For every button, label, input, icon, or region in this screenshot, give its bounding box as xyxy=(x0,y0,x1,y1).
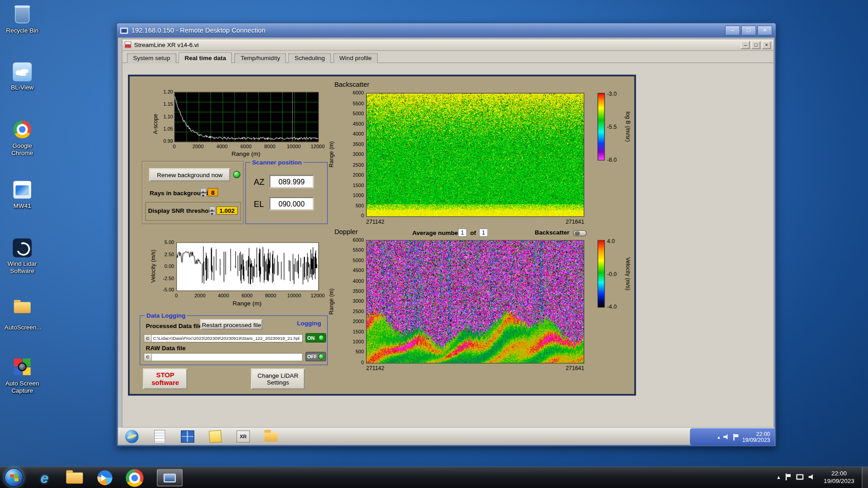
raw-file-path-field[interactable]: C xyxy=(144,353,303,361)
desktop-icon-google-chrome[interactable]: Google Chrome xyxy=(5,119,40,156)
doppler-colorbar-tick: 4.0 xyxy=(607,238,615,244)
renew-background-button[interactable]: Renew background now xyxy=(149,168,231,181)
desktop-icon-bl-view[interactable]: BL-View xyxy=(5,62,40,91)
drive-icon: C xyxy=(144,353,152,361)
snr-value[interactable]: 1.002 xyxy=(217,206,238,215)
network-icon[interactable] xyxy=(796,474,803,479)
doppler-y-tick: 0 xyxy=(361,360,364,365)
backscatter-y-tick: 5000 xyxy=(353,111,364,116)
tray-expand-icon[interactable]: ▴ xyxy=(777,474,780,480)
az-value-field[interactable]: 089.999 xyxy=(269,175,314,188)
restart-processed-file-button[interactable]: Restart processed file xyxy=(200,319,263,330)
rays-value[interactable]: 8 xyxy=(208,188,218,196)
show-desktop-button[interactable] xyxy=(862,467,868,488)
tab-temp-humidity[interactable]: Temp/humidity xyxy=(235,53,286,63)
taskbar-internet-explorer[interactable]: e xyxy=(33,469,56,486)
close-button[interactable]: × xyxy=(757,25,772,35)
taskbar-clock[interactable]: 22:00 19/09/2023 xyxy=(819,469,859,484)
remote-folder-icon[interactable] xyxy=(264,429,278,444)
system-tray: ▴ xyxy=(777,474,815,480)
remote-notepad-icon[interactable] xyxy=(152,429,167,444)
background-led xyxy=(233,171,241,178)
app-close-button[interactable]: × xyxy=(762,41,771,49)
remote-volume-icon[interactable] xyxy=(723,434,730,440)
desktop-icon-recycle-bin[interactable]: Recycle Bin xyxy=(5,5,40,34)
taskbar-rdp-active[interactable] xyxy=(157,469,183,486)
remote-app-grid-icon[interactable] xyxy=(180,429,195,444)
desktop-icon-label: BL-View xyxy=(5,84,40,91)
raw-logging-toggle[interactable]: OFF xyxy=(306,352,326,361)
desktop-icon-mw41[interactable]: MW41 xyxy=(5,180,40,210)
tab-real-time-data[interactable]: Real time data xyxy=(179,52,232,63)
processed-file-path-field[interactable]: C C:\LidarA\Data\Proc\2023\202309\202309… xyxy=(144,334,303,343)
stop-software-button[interactable]: STOP software xyxy=(143,369,187,390)
app-maximize-button[interactable]: □ xyxy=(751,41,761,49)
backscatter-y-tick: 2000 xyxy=(353,172,364,178)
velocity-y-axis-label: Velocity (m/s) xyxy=(150,249,156,282)
ascope-x-axis-label: Range (m) xyxy=(174,150,318,157)
app-minimize-button[interactable]: – xyxy=(741,41,750,49)
taskbar-file-explorer[interactable] xyxy=(63,469,85,486)
average-of-field[interactable]: 1 xyxy=(479,229,488,237)
remote-xr-app-icon[interactable]: XR xyxy=(236,429,250,444)
backscatter-y-tick: 4500 xyxy=(353,121,364,127)
backscatter-display-switch[interactable] xyxy=(573,230,587,236)
toggle-off-label: OFF xyxy=(307,354,317,359)
snr-threshold-label: Display SNR threshold xyxy=(148,207,214,214)
tab-scheduling[interactable]: Scheduling xyxy=(288,53,331,63)
windows-taskbar: e ▴ 22:00 19/09/2023 xyxy=(0,466,868,488)
backscatter-y-tick: 0 xyxy=(361,213,364,218)
desktop-icon-auto-screen-capture[interactable]: Auto Screen Capture xyxy=(5,357,40,394)
doppler-y-ticks: 6000550050004500400035003000250020001500… xyxy=(344,237,364,365)
start-button[interactable] xyxy=(5,468,24,487)
toggle-led xyxy=(318,335,325,341)
remote-clock[interactable]: 22:00 19/09/2023 xyxy=(742,431,770,443)
doppler-y-tick: 4000 xyxy=(353,278,364,283)
doppler-y-tick: 6000 xyxy=(353,237,364,243)
doppler-colorbar-label: Velocity (m/s) xyxy=(625,257,632,290)
az-label: AZ xyxy=(254,177,264,187)
maximize-button[interactable]: □ xyxy=(741,25,756,35)
remote-internet-icon[interactable] xyxy=(125,429,139,444)
ascope-y-ticks: 1.201.151.101.050.99 xyxy=(156,89,173,144)
el-value-field[interactable]: 090.000 xyxy=(269,197,314,210)
app-titlebar[interactable]: StreamLine XR v14-6.vi – □ × xyxy=(123,39,774,51)
change-lidar-settings-button[interactable]: Change LiDAR Settings xyxy=(251,369,305,390)
processed-data-file-label: Processed Data file xyxy=(146,323,202,329)
taskbar-media-player[interactable] xyxy=(94,469,116,486)
backscatter-x-end: 271641 xyxy=(566,219,584,225)
ascope-plot-canvas xyxy=(174,92,319,142)
average-number-field[interactable]: 1 xyxy=(458,229,467,237)
minimize-button[interactable]: – xyxy=(725,25,740,35)
desktop-icon-wind-lidar-software[interactable]: Wind Lidar Software xyxy=(5,238,40,275)
backscatter-y-tick: 2500 xyxy=(353,162,364,167)
backscatter-y-tick: 1000 xyxy=(353,192,364,198)
rays-spinner[interactable] xyxy=(200,188,207,197)
volume-icon[interactable] xyxy=(808,474,815,480)
desktop-icon-label: Google Chrome xyxy=(5,142,40,157)
remote-flag-icon[interactable] xyxy=(733,433,739,440)
backscatter-colorbar-tick: -5.5 xyxy=(607,124,617,130)
backscatter-toggle-label: Backscatter xyxy=(535,229,570,236)
remote-notes-icon[interactable] xyxy=(208,429,222,444)
action-center-flag-icon[interactable] xyxy=(785,474,792,480)
processed-logging-toggle[interactable]: ON xyxy=(306,333,326,343)
remote-clock-time: 22:00 xyxy=(756,431,770,436)
backscatter-y-tick: 3000 xyxy=(353,152,364,157)
ascope-x-tick: 8000 xyxy=(264,144,276,149)
ascope-y-tick: 1.05 xyxy=(163,126,173,131)
snr-spinner[interactable] xyxy=(209,206,216,216)
remote-clock-date: 19/09/2023 xyxy=(742,437,770,443)
scanner-position-title: Scanner position xyxy=(250,158,303,166)
clock-date: 19/09/2023 xyxy=(824,478,854,484)
desktop-icon-label: Auto Screen Capture xyxy=(5,380,40,394)
remote-computer-icon xyxy=(120,28,128,33)
desktop-icon-autoscreen[interactable]: AutoScreen... xyxy=(5,298,40,331)
app-window: StreamLine XR v14-6.vi – □ × System setu… xyxy=(122,39,774,428)
rdp-titlebar[interactable]: 192.168.0.150 - Remote Desktop Connectio… xyxy=(117,23,775,38)
taskbar-chrome[interactable] xyxy=(123,469,146,486)
tab-wind-profile[interactable]: Wind profile xyxy=(333,53,378,63)
tab-system-setup[interactable]: System setup xyxy=(127,53,176,63)
remote-tray-expand-icon[interactable]: ▴ xyxy=(717,434,720,440)
folder-icon xyxy=(12,302,32,322)
